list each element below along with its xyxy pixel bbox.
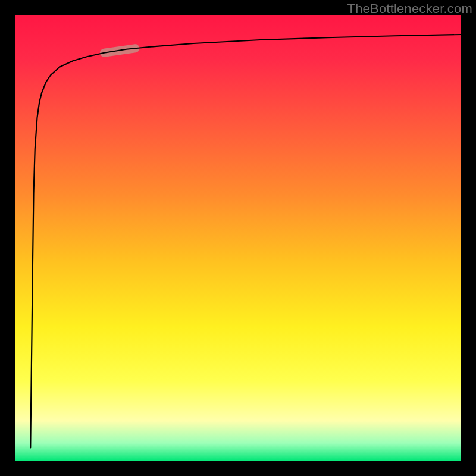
main-curve xyxy=(30,35,461,448)
curve-svg xyxy=(15,15,461,461)
plot-area xyxy=(15,15,461,461)
chart-frame: TheBottlenecker.com xyxy=(0,0,476,476)
